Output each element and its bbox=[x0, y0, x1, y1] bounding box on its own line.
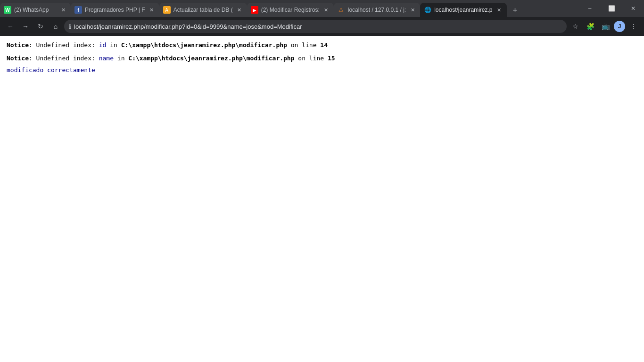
notice-online-1: on line bbox=[287, 41, 320, 49]
tab-title-whatsapp: (2) WhatsApp bbox=[14, 7, 57, 13]
tab-favicon-yt: ▶ bbox=[251, 6, 258, 14]
notice-1: Notice: Undefined index: id in C:\xampp\… bbox=[7, 41, 637, 50]
notice-text-before-2: Undefined index: bbox=[33, 55, 99, 62]
page-content: Notice: Undefined index: id in C:\xampp\… bbox=[0, 36, 644, 362]
toolbar: ← → ↻ ⌂ ℹ ☆ 🧩 📺 J ⋮ bbox=[0, 17, 644, 36]
tab-title-actualizar: Actualizar tabla de DB ( bbox=[173, 7, 233, 13]
tab-whatsapp[interactable]: W (2) WhatsApp ✕ bbox=[0, 3, 71, 17]
tab-actualizar[interactable]: A Actualizar tabla de DB ( ✕ bbox=[159, 3, 247, 17]
tab-close-php[interactable]: ✕ bbox=[148, 6, 156, 14]
notice-colon-2: : bbox=[29, 55, 33, 62]
notice-colon-1: : bbox=[29, 41, 33, 49]
tab-title-php: Programadores PHP | F bbox=[85, 7, 145, 13]
maximize-button[interactable]: ⬜ bbox=[601, 1, 622, 16]
back-button[interactable]: ← bbox=[4, 20, 17, 33]
close-button[interactable]: ✕ bbox=[622, 1, 644, 16]
tab-title-localhost1: localhost / 127.0.0.1 / j: bbox=[348, 7, 406, 13]
notice-label-1: Notice bbox=[7, 41, 29, 49]
home-button[interactable]: ⌂ bbox=[49, 20, 62, 33]
notice-linenum-2: 15 bbox=[328, 55, 335, 62]
profile-icon[interactable]: J bbox=[614, 21, 625, 32]
notice-text-after-2: in bbox=[114, 55, 128, 62]
minimize-button[interactable]: – bbox=[579, 1, 601, 16]
tab-close-yt[interactable]: ✕ bbox=[322, 6, 330, 14]
notice-2: Notice: Undefined index: name in C:\xamp… bbox=[7, 54, 637, 63]
notice-index-1: id bbox=[99, 41, 107, 49]
notice-path-1: C:\xampp\htdocs\jeanramirez.php\modifica… bbox=[121, 41, 287, 49]
tab-close-whatsapp[interactable]: ✕ bbox=[59, 6, 67, 14]
toolbar-right: ☆ 🧩 📺 J ⋮ bbox=[569, 20, 640, 33]
tab-close-localhost2[interactable]: ✕ bbox=[495, 6, 503, 14]
extensions-button[interactable]: 🧩 bbox=[584, 20, 597, 33]
tab-close-localhost1[interactable]: ✕ bbox=[409, 6, 416, 14]
tab-favicon-localhost1: ⚠ bbox=[338, 6, 345, 14]
notice-index-2: name bbox=[99, 55, 114, 62]
bookmark-button[interactable]: ☆ bbox=[569, 20, 582, 33]
tab-modificar-yt[interactable]: ▶ (2) Modificar Registros: ✕ bbox=[247, 3, 334, 17]
tab-favicon-whatsapp: W bbox=[4, 6, 11, 14]
tab-title-localhost2: localhost/jeanramirez.p bbox=[434, 7, 492, 13]
tab-localhost1[interactable]: ⚠ localhost / 127.0.0.1 / j: ✕ bbox=[334, 3, 420, 17]
notice-path-2: C:\xampp\htdocs\jeanramirez.php\modifica… bbox=[128, 55, 294, 62]
tab-title-yt: (2) Modificar Registros: bbox=[261, 7, 320, 13]
tab-favicon-actualizar: A bbox=[163, 6, 171, 14]
address-input[interactable] bbox=[74, 23, 562, 30]
address-bar[interactable]: ℹ bbox=[64, 20, 567, 33]
menu-button[interactable]: ⋮ bbox=[627, 20, 640, 33]
tab-favicon-php: f bbox=[74, 6, 82, 14]
tab-localhost2[interactable]: 🌐 localhost/jeanramirez.p ✕ bbox=[420, 3, 506, 17]
tab-favicon-localhost2: 🌐 bbox=[424, 6, 431, 14]
tab-close-actualizar[interactable]: ✕ bbox=[236, 6, 243, 14]
notice-online-2: on line bbox=[295, 55, 328, 62]
tabs-container: W (2) WhatsApp ✕ f Programadores PHP | F… bbox=[0, 0, 579, 17]
notice-label-2: Notice bbox=[7, 55, 29, 62]
success-message: modificado correctamente bbox=[7, 66, 637, 74]
cast-button[interactable]: 📺 bbox=[599, 20, 612, 33]
lock-icon: ℹ bbox=[69, 23, 71, 30]
new-tab-button[interactable]: + bbox=[509, 4, 522, 17]
tab-php[interactable]: f Programadores PHP | F ✕ bbox=[71, 3, 159, 17]
notice-text-before-1: Undefined index: bbox=[33, 41, 99, 49]
browser-chrome: W (2) WhatsApp ✕ f Programadores PHP | F… bbox=[0, 0, 644, 36]
reload-button[interactable]: ↻ bbox=[34, 20, 47, 33]
forward-button[interactable]: → bbox=[19, 20, 32, 33]
notice-linenum-1: 14 bbox=[320, 41, 328, 49]
notice-text-after-1: in bbox=[106, 41, 121, 49]
